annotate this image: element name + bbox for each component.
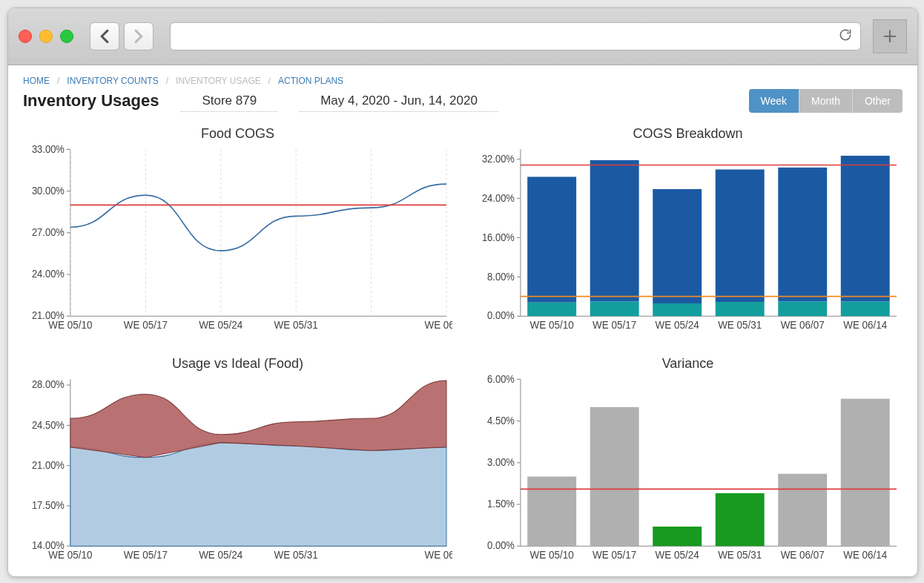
svg-text:24.50%: 24.50%: [32, 419, 65, 430]
window-controls: [19, 30, 73, 43]
svg-text:WE 05/24: WE 05/24: [199, 548, 242, 560]
browser-window: HOME/ INVENTORY COUNTS/ INVENTORY USAGE/…: [7, 7, 918, 577]
date-range-selector[interactable]: May 4, 2020 - Jun, 14, 2020: [300, 90, 498, 112]
svg-text:WE 05/24: WE 05/24: [656, 548, 699, 560]
new-tab-button[interactable]: [873, 19, 907, 53]
svg-rect-44: [590, 301, 639, 316]
svg-text:WE 05/17: WE 05/17: [593, 319, 636, 331]
chart-cogs-breakdown: 0.00%8.00%16.00%24.00%32.00%WE 05/10WE 0…: [473, 145, 902, 334]
svg-text:WE 05/31: WE 05/31: [718, 548, 762, 560]
breadcrumb: HOME/ INVENTORY COUNTS/ INVENTORY USAGE/…: [23, 76, 902, 86]
chart-title: Usage vs Ideal (Food): [23, 356, 452, 372]
plus-icon: [882, 28, 898, 45]
nav-buttons: [90, 22, 154, 50]
svg-rect-51: [778, 168, 827, 302]
svg-rect-93: [653, 526, 702, 545]
svg-text:16.00%: 16.00%: [482, 231, 515, 243]
svg-rect-45: [590, 160, 639, 301]
card-variance: Variance 0.00%1.50%3.00%4.50%6.00%WE 05/…: [473, 356, 902, 564]
svg-text:WE 06/14: WE 06/14: [424, 548, 452, 560]
svg-text:0.00%: 0.00%: [487, 540, 515, 551]
svg-text:WE 05/24: WE 05/24: [656, 319, 699, 331]
svg-text:21.00%: 21.00%: [32, 459, 65, 470]
svg-text:27.00%: 27.00%: [32, 227, 65, 238]
svg-text:WE 06/14: WE 06/14: [843, 548, 887, 560]
svg-rect-53: [841, 156, 890, 301]
chart-food-cogs: 21.00%24.00%27.00%30.00%33.00%WE 05/10WE…: [23, 145, 452, 334]
svg-text:17.50%: 17.50%: [32, 499, 65, 510]
page-header: Inventory Usages Store 879 May 4, 2020 -…: [23, 89, 902, 113]
svg-text:8.00%: 8.00%: [487, 271, 515, 282]
svg-text:30.00%: 30.00%: [32, 185, 65, 196]
svg-rect-43: [527, 177, 576, 302]
svg-text:WE 05/24: WE 05/24: [199, 319, 242, 331]
chart-title: Variance: [473, 356, 902, 372]
svg-rect-48: [716, 302, 765, 316]
svg-text:33.00%: 33.00%: [32, 145, 65, 155]
address-bar[interactable]: [170, 22, 861, 50]
period-week[interactable]: Week: [749, 89, 799, 113]
card-food-cogs: Food COGS 21.00%24.00%27.00%30.00%33.00%…: [23, 126, 452, 334]
svg-text:WE 05/10: WE 05/10: [48, 319, 92, 331]
zoom-window-button[interactable]: [60, 30, 73, 43]
svg-text:32.00%: 32.00%: [482, 153, 515, 164]
svg-text:4.50%: 4.50%: [487, 415, 515, 426]
svg-text:WE 05/31: WE 05/31: [274, 319, 318, 331]
svg-text:WE 06/14: WE 06/14: [424, 319, 452, 331]
svg-rect-92: [590, 406, 639, 545]
svg-rect-46: [653, 303, 702, 316]
svg-text:WE 05/10: WE 05/10: [48, 548, 92, 560]
svg-rect-49: [716, 169, 765, 302]
svg-rect-52: [841, 301, 890, 316]
svg-rect-47: [653, 189, 702, 303]
svg-text:6.00%: 6.00%: [487, 375, 515, 385]
store-selector[interactable]: Store 879: [181, 90, 277, 112]
page-title: Inventory Usages: [23, 91, 159, 111]
close-window-button[interactable]: [19, 30, 32, 43]
card-cogs-breakdown: COGS Breakdown 0.00%8.00%16.00%24.00%32.…: [473, 126, 902, 334]
svg-rect-42: [527, 303, 576, 317]
crumb-inventory-counts[interactable]: INVENTORY COUNTS: [67, 76, 158, 86]
chevron-right-icon: [133, 30, 144, 43]
svg-text:24.00%: 24.00%: [482, 192, 515, 203]
svg-rect-91: [527, 476, 576, 546]
svg-text:WE 06/07: WE 06/07: [781, 319, 825, 331]
period-other[interactable]: Other: [852, 89, 902, 113]
svg-rect-95: [778, 473, 827, 545]
reload-icon: [838, 27, 853, 42]
svg-text:WE 05/17: WE 05/17: [593, 548, 636, 560]
chart-variance: 0.00%1.50%3.00%4.50%6.00%WE 05/10WE 05/1…: [473, 375, 902, 564]
crumb-inventory-usage: INVENTORY USAGE: [176, 76, 261, 86]
forward-button[interactable]: [124, 22, 154, 50]
crumb-home[interactable]: HOME: [23, 76, 50, 86]
svg-text:WE 05/10: WE 05/10: [530, 319, 574, 331]
chart-title: Food COGS: [23, 126, 452, 142]
svg-text:24.00%: 24.00%: [32, 269, 65, 280]
svg-text:WE 05/31: WE 05/31: [274, 548, 318, 560]
titlebar: [8, 8, 917, 65]
svg-text:WE 05/10: WE 05/10: [530, 548, 574, 560]
svg-text:0.00%: 0.00%: [487, 310, 515, 321]
svg-text:1.50%: 1.50%: [487, 498, 515, 509]
svg-rect-50: [778, 301, 827, 316]
svg-text:WE 06/07: WE 06/07: [781, 548, 825, 560]
svg-text:28.00%: 28.00%: [32, 378, 65, 389]
back-button[interactable]: [90, 22, 119, 50]
minimize-window-button[interactable]: [39, 30, 53, 43]
svg-text:3.00%: 3.00%: [487, 456, 515, 467]
svg-text:WE 05/31: WE 05/31: [718, 319, 762, 331]
chart-grid: Food COGS 21.00%24.00%27.00%30.00%33.00%…: [23, 126, 902, 563]
svg-text:WE 06/14: WE 06/14: [843, 319, 887, 331]
svg-text:WE 05/17: WE 05/17: [124, 319, 168, 331]
svg-rect-96: [841, 398, 890, 546]
chart-title: COGS Breakdown: [473, 126, 902, 142]
chart-usage-vs-ideal: 14.00%17.50%21.00%24.50%28.00%WE 05/10WE…: [23, 375, 452, 564]
crumb-action-plans[interactable]: ACTION PLANS: [278, 76, 343, 86]
svg-text:WE 05/17: WE 05/17: [124, 548, 168, 560]
card-usage-vs-ideal: Usage vs Ideal (Food) 14.00%17.50%21.00%…: [23, 356, 452, 564]
period-segmented-control: Week Month Other: [749, 89, 902, 113]
period-month[interactable]: Month: [799, 89, 852, 113]
reload-button[interactable]: [838, 27, 853, 45]
chevron-left-icon: [99, 30, 110, 43]
svg-rect-94: [716, 493, 765, 545]
